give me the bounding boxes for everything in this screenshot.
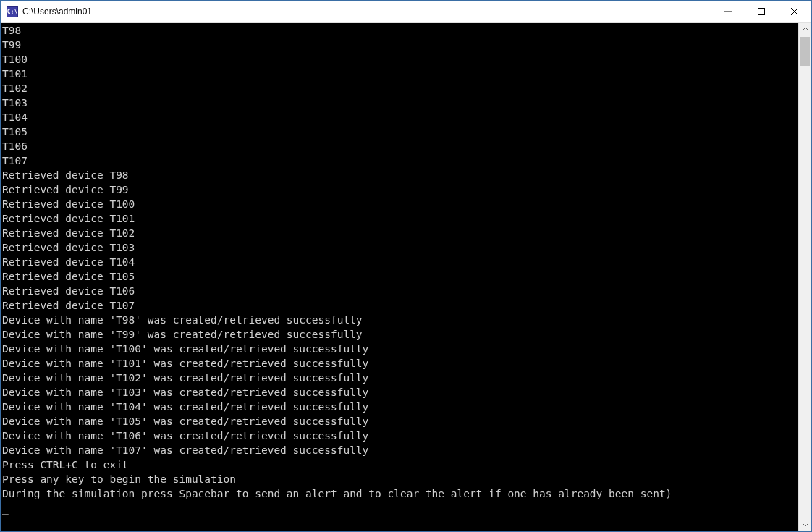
console-line: Retrieved device T105 <box>2 269 797 284</box>
console-line: Device with name 'T100' was created/retr… <box>2 342 797 356</box>
console-line: Device with name 'T99' was created/retri… <box>2 327 797 342</box>
console-line: Retrieved device T106 <box>2 284 797 298</box>
console-line: Device with name 'T102' was created/retr… <box>2 371 797 385</box>
console-line: T103 <box>2 96 797 110</box>
scrollbar-thumb[interactable] <box>800 37 810 66</box>
maximize-icon <box>758 5 765 18</box>
scroll-down-button[interactable] <box>799 519 811 531</box>
console-line: Retrieved device T103 <box>2 240 797 255</box>
close-button[interactable] <box>778 1 811 22</box>
window-controls <box>711 1 811 22</box>
console-line: Device with name 'T101' was created/retr… <box>2 356 797 371</box>
maximize-button[interactable] <box>745 1 778 22</box>
console-line: Press CTRL+C to exit <box>2 457 797 472</box>
console-line: T107 <box>2 153 797 168</box>
scroll-up-button[interactable] <box>799 23 811 35</box>
console-line: T106 <box>2 139 797 153</box>
console-line: T104 <box>2 110 797 124</box>
console-window: C:\ C:\Users\admin01 T98T99T100T101T <box>0 0 812 532</box>
console-line: T101 <box>2 67 797 81</box>
vertical-scrollbar[interactable] <box>798 23 811 531</box>
console-line: T100 <box>2 52 797 67</box>
minimize-icon <box>724 5 732 18</box>
close-icon <box>791 5 798 18</box>
console-line: Retrieved device T102 <box>2 226 797 240</box>
console-line: Retrieved device T99 <box>2 182 797 197</box>
console-line: T105 <box>2 124 797 139</box>
console-line: Retrieved device T104 <box>2 255 797 269</box>
window-title: C:\Users\admin01 <box>22 7 92 17</box>
console-line: Device with name 'T105' was created/retr… <box>2 414 797 428</box>
console-line: Retrieved device T100 <box>2 197 797 211</box>
scrollbar-track[interactable] <box>799 35 811 519</box>
app-icon-label: C:\ <box>7 9 17 15</box>
titlebar[interactable]: C:\ C:\Users\admin01 <box>1 1 811 23</box>
console-line: Device with name 'T107' was created/retr… <box>2 443 797 457</box>
chevron-down-icon <box>802 521 809 530</box>
svg-rect-1 <box>758 9 765 15</box>
console-line: Device with name 'T104' was created/retr… <box>2 400 797 414</box>
console-line: During the simulation press Spacebar to … <box>2 486 797 501</box>
chevron-up-icon <box>802 25 809 34</box>
app-icon: C:\ <box>7 6 18 17</box>
console-line: Retrieved device T101 <box>2 211 797 226</box>
console-line: T98 <box>2 23 797 38</box>
console-line: Device with name 'T106' was created/retr… <box>2 428 797 443</box>
console-line: Retrieved device T107 <box>2 298 797 313</box>
console-line: Retrieved device T98 <box>2 168 797 182</box>
console-output[interactable]: T98T99T100T101T102T103T104T105T106T107Re… <box>1 23 798 531</box>
console-line: T99 <box>2 38 797 52</box>
console-line: Device with name 'T103' was created/retr… <box>2 385 797 400</box>
console-line: _ <box>2 501 797 515</box>
minimize-button[interactable] <box>711 1 745 22</box>
console-line: Device with name 'T98' was created/retri… <box>2 313 797 327</box>
console-line: T102 <box>2 81 797 96</box>
client-area: T98T99T100T101T102T103T104T105T106T107Re… <box>1 23 811 531</box>
console-line: Press any key to begin the simulation <box>2 472 797 486</box>
